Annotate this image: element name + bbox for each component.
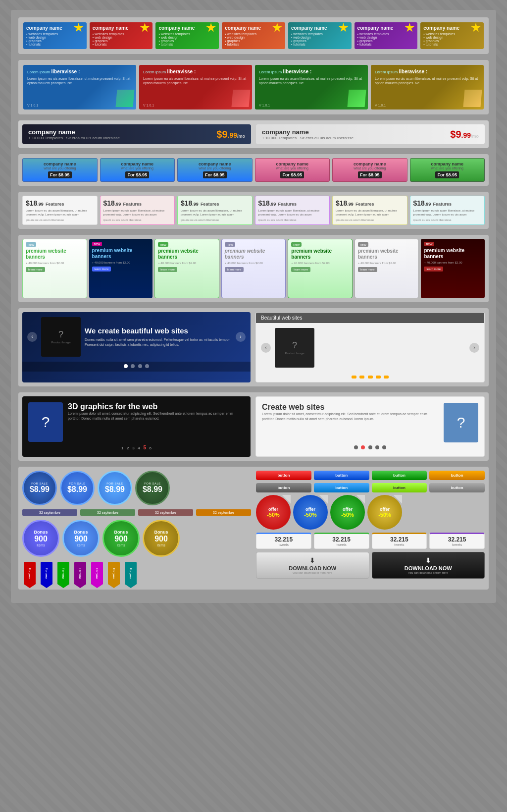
learn-more-button[interactable]: learn more	[92, 267, 111, 271]
pg-dot-3[interactable]	[368, 445, 372, 449]
tweet-num: 32.215	[317, 536, 366, 543]
slider-next-button[interactable]: ›	[236, 332, 246, 342]
button-gray2[interactable]: button	[429, 483, 485, 492]
slider-inner: ‹ ? Product Image ›	[256, 323, 484, 373]
new-badge: new	[26, 242, 36, 247]
dot-3[interactable]	[138, 364, 142, 368]
feature-text: Lorem ipsum eu uis acum liberaisse, ut m…	[181, 209, 249, 217]
badge-price: $8.99	[143, 485, 162, 494]
feature-card-4: $18.99 Features Lorem ipsum eu uis acum …	[255, 196, 330, 225]
premium-card-6: new premium website banners + 40.000 ban…	[355, 239, 419, 298]
ribbon-shape-purple: For you	[74, 562, 86, 584]
offer-what: what are you offering	[103, 166, 172, 170]
light-slider: Beautiful web sites ‹ ? Product Image ›	[255, 312, 485, 382]
premium-title: premium website banners	[225, 248, 283, 260]
bonus-num: 900	[114, 535, 128, 543]
button-lime[interactable]: button	[372, 483, 427, 492]
main-container: company name websites templatesweb desig…	[11, 10, 496, 603]
bonus-circle-1: Bonus 900 items	[22, 520, 59, 557]
download-button-dark[interactable]: ⬇ DOWNLOAD NOW you can download it from …	[372, 552, 485, 579]
card-list: websites templatesweb designgraphicstuto…	[158, 32, 216, 46]
download-icon: ⬇	[425, 556, 431, 564]
banner-price-dark: company name + 10.000 Templates Sit eros…	[22, 124, 251, 144]
company-card-blue: company name websites templatesweb desig…	[23, 22, 87, 49]
lorem-text: Lorem ipsum eu uis acum liberaisse, ut m…	[27, 76, 132, 85]
button-light-blue[interactable]: button	[314, 483, 369, 492]
download-button-light[interactable]: ⬇ DOWNLOAD NOW you can download it from …	[256, 552, 369, 579]
card-title: Create web sites	[262, 403, 439, 412]
corner-fold	[393, 495, 402, 504]
slider-prev-button[interactable]: ‹	[27, 332, 37, 342]
badges-right: button button button button button butto…	[256, 471, 485, 586]
learn-more-button[interactable]: learn more	[424, 267, 443, 271]
banner-price-right: $9.99/mo	[450, 129, 479, 140]
button-blue[interactable]: button	[314, 471, 369, 480]
slider-content: We create beautiful web sites Donec matt…	[85, 326, 232, 347]
dot-4[interactable]	[145, 364, 149, 368]
badge-price: $8.99	[105, 485, 125, 494]
dot-5[interactable]	[384, 376, 389, 379]
button-gray[interactable]: button	[256, 483, 311, 492]
learn-more-button[interactable]: learn more	[26, 267, 45, 272]
feature-label: Features	[433, 202, 452, 207]
slider-prev-button[interactable]: ‹	[261, 343, 271, 353]
offer-name: company name	[103, 162, 172, 166]
version-label: V 1.0.1	[375, 104, 386, 107]
feature-subtext: ipsum eu uis acum liberaisse	[103, 218, 172, 221]
card-list: websites templatesweb designgraphicstuto…	[357, 32, 415, 46]
offer-price: For $8.95	[280, 171, 304, 178]
company-cards-row: company name websites templatesweb desig…	[18, 17, 489, 54]
pg-dot-2[interactable]	[361, 445, 365, 449]
product-label: Product Image	[285, 352, 304, 355]
ribbon-3: For you	[56, 561, 71, 586]
offer-label: offer	[380, 507, 390, 512]
question-box: ?	[28, 402, 63, 442]
bonus-circle-4: Bonus 900 items	[143, 520, 180, 557]
banner-sub: + 10.000 Templates Sit eros eu uis acum …	[28, 136, 120, 140]
dot-1[interactable]	[352, 376, 356, 379]
cube-icon	[115, 90, 134, 107]
slider-next-button[interactable]: ›	[469, 343, 479, 353]
dark-slider: ‹ ? Product Image We create beautiful we…	[22, 312, 251, 382]
sale-badge-2: FOR SALE $8.99	[60, 471, 95, 505]
dot-4[interactable]	[376, 376, 381, 379]
new-badge: new	[291, 242, 302, 247]
lorem-card-green: Lorem ipsum liberavisse : Lorem ipsum eu…	[255, 65, 368, 109]
offer-price: For $8.95	[125, 171, 149, 178]
offer-pct: -50%	[378, 512, 391, 518]
version-label: V 1.0.1	[143, 104, 154, 107]
feature-card-6: $18.99 Features Lorem ipsum eu uis acum …	[410, 196, 485, 225]
page-numbers: 1 2 3 4	[121, 446, 143, 450]
dot-1[interactable]	[124, 364, 128, 368]
ribbon-shape-gold: For you	[108, 562, 120, 584]
corner-fold	[282, 495, 291, 504]
dot-2[interactable]	[359, 376, 364, 379]
offer-what: what are you offering	[258, 166, 327, 170]
learn-more-button[interactable]: learn more	[158, 267, 177, 272]
sale-badges-row: FOR SALE $8.99 FOR SALE $8.99 FOR SALE $…	[22, 471, 251, 505]
dot-2[interactable]	[131, 364, 135, 368]
pg-dot-1[interactable]	[354, 445, 358, 449]
button-red[interactable]: button	[256, 471, 311, 480]
pg-dot-5[interactable]	[382, 445, 386, 449]
learn-more-button[interactable]: learn more	[291, 267, 310, 272]
button-green[interactable]: button	[372, 471, 427, 480]
company-cards-section: company name websites templatesweb desig…	[18, 17, 489, 54]
premium-card-2: new premium website banners + 40.000 ban…	[89, 239, 153, 298]
card-inner: Create web sites Lorem ipsum dolor sit a…	[262, 403, 478, 442]
pg-dot-4[interactable]	[375, 445, 379, 449]
offer-card-3: company name what are you offering For $…	[177, 158, 253, 182]
feature-price: $18.99	[336, 199, 354, 207]
learn-more-button[interactable]: learn more	[358, 267, 377, 272]
feature-text: Lorem ipsum eu uis acum liberaisse, ut m…	[258, 209, 327, 217]
learn-more-button[interactable]: learn more	[225, 267, 244, 272]
card-title: company name	[357, 25, 415, 31]
sale-badge-1: FOR SALE $8.99	[22, 471, 57, 505]
button-orange[interactable]: button	[429, 471, 485, 480]
download-sub: you can download it from here	[293, 571, 332, 574]
offer-label: offer	[268, 507, 278, 512]
bonus-num: 900	[34, 535, 48, 543]
info-cards-section: ? 3D graphics for the web Lorem ipsum do…	[18, 392, 489, 461]
slider-title-bar: Beautiful web sites	[256, 313, 484, 323]
dot-3[interactable]	[368, 376, 373, 379]
